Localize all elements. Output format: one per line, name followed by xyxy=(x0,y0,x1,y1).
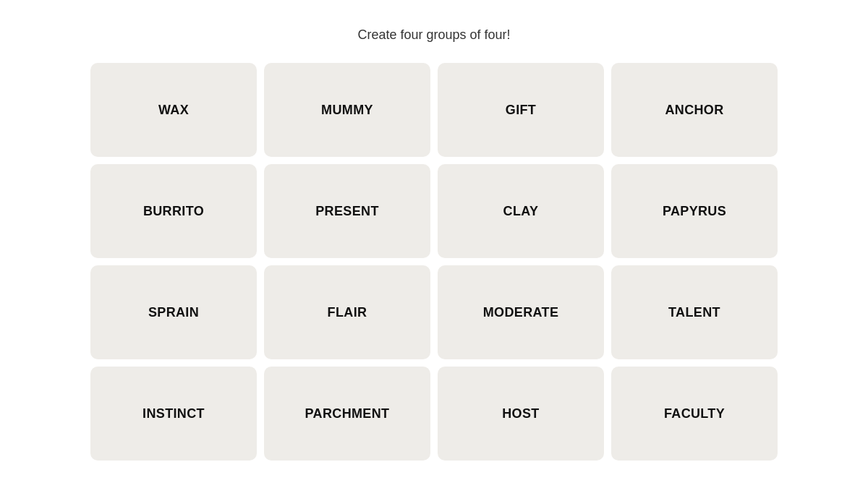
tile-label-papyrus: PAPYRUS xyxy=(663,204,726,219)
tile-label-anchor: ANCHOR xyxy=(665,103,723,118)
tile-instinct[interactable]: INSTINCT xyxy=(90,367,257,461)
tile-burrito[interactable]: BURRITO xyxy=(90,164,257,258)
tile-flair[interactable]: FLAIR xyxy=(264,265,430,359)
tile-label-gift: GIFT xyxy=(506,103,536,118)
tile-label-moderate: MODERATE xyxy=(483,305,559,320)
tile-label-host: HOST xyxy=(502,406,539,421)
tile-sprain[interactable]: SPRAIN xyxy=(90,265,257,359)
tile-label-present: PRESENT xyxy=(315,204,379,219)
tiles-grid: WAXMUMMYGIFTANCHORBURRITOPRESENTCLAYPAPY… xyxy=(90,63,778,461)
tile-talent[interactable]: TALENT xyxy=(611,265,778,359)
tile-label-burrito: BURRITO xyxy=(143,204,204,219)
tile-wax[interactable]: WAX xyxy=(90,63,257,157)
tile-label-faculty: FACULTY xyxy=(664,406,725,421)
tile-label-instinct: INSTINCT xyxy=(142,406,205,421)
tile-label-wax: WAX xyxy=(158,103,189,118)
tile-label-mummy: MUMMY xyxy=(321,103,373,118)
tile-moderate[interactable]: MODERATE xyxy=(438,265,604,359)
tile-label-flair: FLAIR xyxy=(328,305,367,320)
tile-faculty[interactable]: FACULTY xyxy=(611,367,778,461)
tile-label-clay: CLAY xyxy=(503,204,539,219)
tile-label-talent: TALENT xyxy=(668,305,720,320)
tile-parchment[interactable]: PARCHMENT xyxy=(264,367,430,461)
tile-gift[interactable]: GIFT xyxy=(438,63,604,157)
tile-anchor[interactable]: ANCHOR xyxy=(611,63,778,157)
tile-papyrus[interactable]: PAPYRUS xyxy=(611,164,778,258)
tile-mummy[interactable]: MUMMY xyxy=(264,63,430,157)
instruction-text: Create four groups of four! xyxy=(357,27,510,43)
tile-host[interactable]: HOST xyxy=(438,367,604,461)
tile-clay[interactable]: CLAY xyxy=(438,164,604,258)
tile-label-parchment: PARCHMENT xyxy=(305,406,390,421)
tile-label-sprain: SPRAIN xyxy=(148,305,199,320)
tile-present[interactable]: PRESENT xyxy=(264,164,430,258)
